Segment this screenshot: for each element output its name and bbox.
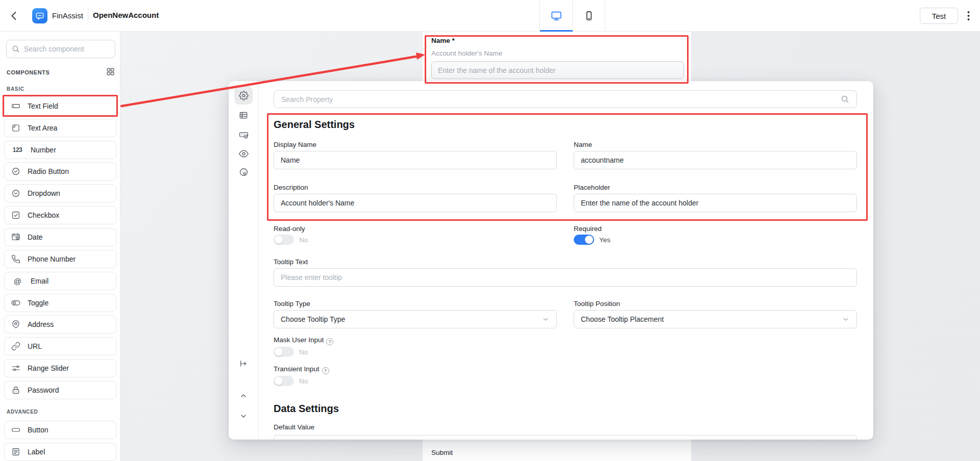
component-label: Number — [31, 146, 56, 154]
tooltip-type-label: Tooltip Type — [274, 300, 310, 308]
component-label: URL — [28, 342, 42, 350]
search-icon — [12, 45, 20, 53]
component-label: Toggle — [28, 299, 48, 307]
tooltip-position-select[interactable]: Choose Tooltip Placement — [574, 310, 857, 328]
component-label: Radio Button — [28, 167, 69, 175]
component-item-date[interactable]: Date — [4, 228, 116, 246]
component-item-range-slider[interactable]: Range Slider — [4, 359, 116, 377]
component-item-radio-button[interactable]: Radio Button — [4, 162, 116, 181]
component-item-address[interactable]: Address — [4, 315, 116, 334]
desktop-view-tab[interactable] — [540, 0, 573, 32]
preview-field-label: Name * — [431, 37, 455, 44]
component-item-text-area[interactable]: Text Area — [4, 119, 116, 137]
validation-icon — [239, 130, 249, 140]
kebab-menu-icon — [967, 11, 970, 21]
mobile-view-tab[interactable] — [573, 0, 605, 32]
tab-validation[interactable] — [234, 125, 253, 144]
chevron-down-icon — [842, 315, 850, 323]
test-button[interactable]: Test — [920, 8, 958, 24]
collapse-panel-button[interactable] — [234, 354, 253, 373]
component-item-email[interactable]: @ Email — [4, 272, 116, 290]
component-item-checkbox[interactable]: Checkbox — [4, 206, 116, 224]
help-icon[interactable]: ? — [322, 367, 329, 374]
components-sidebar: COMPONENTS BASIC Text Field Text Area 12… — [0, 32, 120, 461]
toggle-state: Yes — [599, 236, 610, 244]
property-search-box[interactable] — [274, 90, 857, 108]
description-input[interactable] — [274, 194, 557, 212]
tooltip-type-select[interactable]: Choose Tooltip Type — [274, 310, 557, 328]
mask-user-input-toggle[interactable]: No — [274, 347, 308, 357]
chevron-up-icon — [239, 392, 248, 400]
tooltip-text-input[interactable] — [274, 268, 857, 287]
header-divider — [88, 8, 88, 23]
component-label: Text Area — [28, 124, 57, 132]
app-logo-chat-icon — [35, 11, 45, 21]
component-search-input[interactable] — [24, 45, 106, 53]
button-icon — [11, 425, 20, 434]
tab-settings[interactable] — [234, 86, 253, 105]
date-icon — [11, 233, 20, 242]
component-label: Address — [28, 320, 54, 328]
help-icon[interactable]: ? — [326, 338, 333, 345]
tab-data[interactable] — [234, 106, 253, 124]
toggle-state: No — [299, 348, 308, 356]
chevron-down-icon — [239, 412, 248, 420]
transient-input-label: Transient Input? — [274, 365, 329, 374]
component-item-number[interactable]: 123 Number — [4, 141, 116, 159]
property-search-input[interactable] — [281, 95, 841, 104]
range-slider-icon — [11, 364, 20, 373]
component-search-box[interactable] — [6, 40, 115, 58]
grid-view-toggle[interactable] — [106, 67, 115, 78]
component-item-phone-number[interactable]: Phone Number — [4, 250, 116, 268]
toggle-state: No — [299, 377, 308, 385]
data-settings-heading: Data Settings — [274, 403, 339, 415]
component-item-password[interactable]: Password — [4, 381, 116, 399]
search-icon — [841, 95, 849, 104]
default-value-input[interactable] — [274, 435, 857, 440]
preview-submit-button[interactable]: Submit — [431, 449, 453, 456]
inspector-tab-rail — [229, 81, 259, 440]
transient-input-toggle[interactable]: No — [274, 376, 308, 386]
toggle-pill-off — [274, 347, 294, 357]
scroll-down-button[interactable] — [234, 407, 253, 425]
phone-icon — [11, 254, 20, 264]
tab-style[interactable] — [234, 163, 253, 181]
select-value: Choose Tooltip Type — [281, 315, 345, 323]
component-item-text-field[interactable]: Text Field — [4, 97, 116, 115]
checkbox-icon — [11, 211, 20, 220]
inspector-content: General Settings Display Name Name Descr… — [274, 81, 857, 440]
toggle-pill-on — [574, 235, 594, 245]
tab-visibility[interactable] — [234, 144, 253, 163]
component-item-toggle[interactable]: Toggle — [4, 294, 116, 312]
more-options-button[interactable] — [964, 10, 973, 21]
mask-user-input-label: Mask User Input? — [274, 336, 333, 345]
toggle-pill-off — [274, 235, 294, 245]
component-label: Range Slider — [28, 364, 69, 372]
component-label: Text Field — [28, 102, 58, 110]
display-name-label: Display Name — [274, 141, 316, 148]
display-name-input[interactable] — [274, 151, 557, 169]
active-tab-indicator — [540, 30, 573, 32]
read-only-toggle[interactable]: No — [274, 235, 308, 245]
name-input[interactable] — [574, 151, 857, 169]
required-toggle[interactable]: Yes — [574, 235, 610, 245]
component-item-button[interactable]: Button — [4, 421, 116, 439]
component-item-dropdown[interactable]: Dropdown — [4, 184, 116, 202]
toggle-state: No — [299, 236, 308, 244]
group-title-advanced: ADVANCED — [7, 409, 38, 415]
read-only-label: Read-only — [274, 225, 305, 233]
preview-text-field-input[interactable] — [431, 61, 684, 79]
default-value-label: Default Value — [274, 423, 314, 431]
number-icon: 123 — [11, 146, 23, 153]
collapse-panel-icon — [239, 359, 248, 368]
description-label: Description — [274, 184, 308, 191]
component-item-label[interactable]: Label — [4, 443, 116, 461]
component-label: Email — [31, 277, 48, 285]
component-item-url[interactable]: URL — [4, 337, 116, 355]
back-button[interactable] — [8, 10, 20, 22]
dropdown-icon — [11, 189, 20, 198]
preview-field-description: Account holder's Name — [431, 49, 502, 57]
component-label: Password — [28, 386, 59, 394]
placeholder-input[interactable] — [574, 194, 857, 212]
scroll-up-button[interactable] — [234, 387, 253, 405]
